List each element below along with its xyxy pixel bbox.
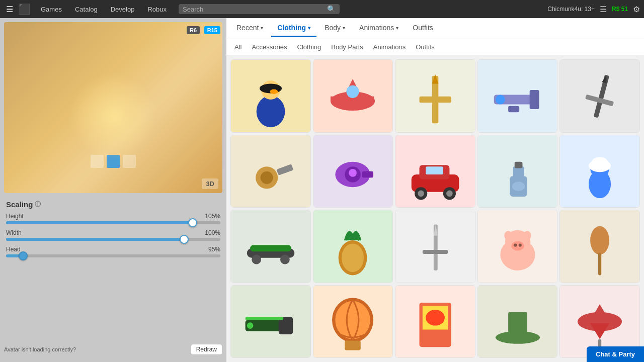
item-card[interactable]: AR500 ...: [230, 285, 311, 358]
height-track[interactable]: [6, 221, 220, 224]
height-row: Height 105%: [6, 213, 220, 224]
notifications-icon[interactable]: ☰: [600, 5, 607, 14]
width-thumb[interactable]: [180, 235, 189, 244]
nav-develop[interactable]: Develop: [106, 4, 140, 15]
width-track[interactable]: [6, 238, 220, 241]
item-card[interactable]: Moana's Paddle: [559, 210, 640, 283]
subcat-all[interactable]: All: [232, 42, 244, 52]
tab-animations[interactable]: Animations ▾: [353, 20, 405, 37]
subcat-body-parts[interactable]: Body Parts: [329, 42, 365, 52]
svg-point-30: [418, 191, 424, 197]
item-thumbnail: [231, 286, 310, 358]
svg-rect-22: [276, 164, 293, 176]
svg-rect-59: [598, 253, 601, 275]
item-card[interactable]: Blade of Marmo...: [559, 59, 640, 133]
svg-rect-16: [508, 106, 519, 112]
right-panel: Recent ▾ Clothing ▾ Body ▾ Animations ▾ …: [226, 18, 644, 362]
item-card[interactable]: Professor Poop...: [313, 135, 393, 208]
svg-marker-74: [590, 323, 609, 339]
search-input[interactable]: [183, 6, 327, 13]
avatar-slot-3[interactable]: [123, 155, 136, 168]
hamburger-icon[interactable]: ☰: [4, 3, 15, 16]
width-fill: [6, 238, 184, 241]
settings-icon[interactable]: ⚙: [633, 5, 640, 14]
nav-robux[interactable]: Robux: [142, 4, 172, 15]
item-card[interactable]: Scrooge McDuc...: [313, 59, 393, 133]
item-thumbnail: [560, 135, 639, 208]
subcat-clothing[interactable]: Clothing: [295, 42, 324, 52]
svg-rect-36: [514, 162, 522, 168]
body-chevron: ▾: [343, 25, 345, 31]
item-card[interactable]: Balloon...: [313, 285, 393, 358]
main-layout: R6 R15 3D Scaling ⓘ Height 105%: [0, 18, 644, 362]
roblox-logo: ⬛: [18, 3, 31, 15]
badge-r15[interactable]: R15: [204, 26, 220, 34]
height-pct: 105%: [205, 213, 220, 220]
btn-3d[interactable]: 3D: [202, 178, 218, 189]
avatar-viewport: R6 R15 3D: [4, 22, 222, 193]
item-card[interactable]: Lightning McQu...: [395, 135, 475, 208]
tab-clothing[interactable]: Clothing ▾: [271, 20, 316, 37]
category-tabs: Recent ▾ Clothing ▾ Body ▾ Animations ▾ …: [226, 18, 644, 39]
item-thumbnail: [478, 135, 557, 208]
username-label: Chicmunk4u: 13+: [547, 6, 595, 13]
svg-rect-7: [365, 96, 374, 101]
redraw-button[interactable]: Redraw: [191, 344, 222, 355]
chat-party-button[interactable]: Chat & Party: [587, 346, 644, 362]
svg-point-15: [495, 95, 505, 104]
svg-point-63: [247, 323, 254, 329]
svg-rect-66: [345, 341, 361, 350]
item-card[interactable]: Slime Potion: [313, 210, 393, 283]
recent-chevron: ▾: [261, 25, 263, 31]
item-card[interactable]: Hunk's Energy C...: [230, 135, 311, 208]
item-card[interactable]: Fruity Pebbles ...: [395, 285, 475, 358]
item-card[interactable]: Scrooge McDuck: [230, 59, 311, 133]
width-label: Width: [6, 229, 22, 236]
avatar-squares: [91, 155, 136, 168]
svg-point-53: [511, 241, 524, 250]
height-thumb[interactable]: [188, 218, 197, 227]
item-card[interactable]: Brainy Smurf: [559, 135, 640, 208]
tab-recent[interactable]: Recent ▾: [230, 20, 269, 37]
nav-games[interactable]: Games: [36, 4, 67, 15]
item-card[interactable]: Pua: [477, 210, 558, 283]
item-thumbnail: [395, 60, 475, 133]
item-thumbnail: [560, 210, 639, 283]
search-box: 🔍: [179, 4, 340, 14]
tab-body[interactable]: Body ▾: [318, 20, 351, 37]
head-thumb[interactable]: [19, 251, 28, 260]
subcat-animations[interactable]: Animations: [371, 42, 408, 52]
item-thumbnail: [231, 135, 310, 208]
svg-point-21: [260, 171, 273, 184]
search-icon: 🔍: [327, 5, 336, 13]
tab-outfits[interactable]: Outfits: [407, 20, 439, 37]
loading-text: Avatar isn't loading correctly?: [4, 346, 76, 352]
item-card[interactable]: Hat...: [477, 285, 558, 358]
head-label: Head: [6, 246, 21, 253]
item-card[interactable]: Slime Skatebo...: [230, 210, 311, 283]
item-card[interactable]: Lance's Energy ...: [477, 59, 558, 133]
item-card[interactable]: Birth of the Dra...: [395, 59, 475, 133]
item-thumbnail: [478, 286, 557, 358]
badge-r6[interactable]: R6: [187, 26, 200, 34]
nav-catalog[interactable]: Catalog: [70, 4, 103, 15]
svg-point-69: [426, 310, 445, 326]
avatar-slot-1[interactable]: [91, 155, 104, 168]
svg-point-56: [504, 231, 512, 240]
item-card[interactable]: Ship in a Bottle: [477, 135, 558, 208]
scaling-info-icon[interactable]: ⓘ: [35, 200, 41, 209]
svg-point-44: [280, 254, 290, 264]
subcat-outfits[interactable]: Outfits: [414, 42, 437, 52]
svg-rect-17: [594, 74, 610, 118]
subcat-accessories[interactable]: Accessories: [250, 42, 289, 52]
item-thumbnail: [313, 135, 393, 208]
item-card[interactable]: Sword of Kubo'...: [395, 210, 475, 283]
head-row: Head 95%: [6, 246, 220, 257]
svg-rect-71: [508, 312, 527, 339]
avatar-slot-2[interactable]: [107, 155, 120, 168]
clothing-chevron: ▾: [308, 25, 310, 31]
head-track[interactable]: [6, 254, 220, 257]
svg-point-43: [252, 254, 261, 264]
item-thumbnail: [313, 60, 393, 133]
svg-point-37: [512, 182, 525, 191]
